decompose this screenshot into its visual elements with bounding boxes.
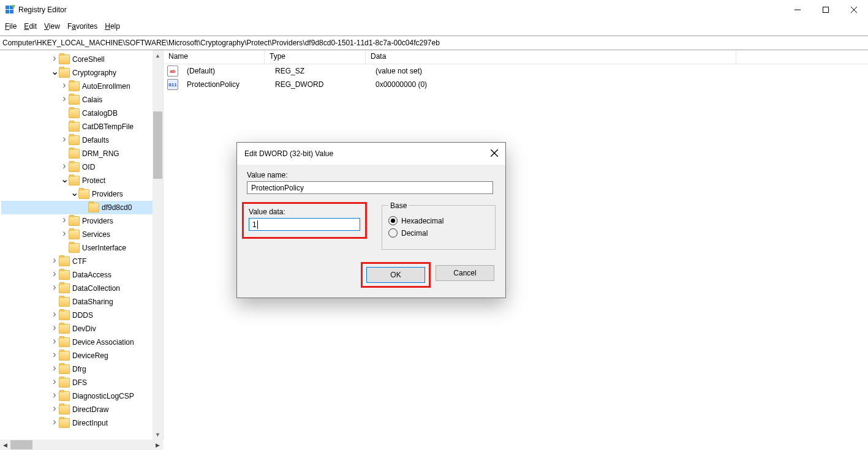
svg-rect-6 xyxy=(823,7,829,13)
tree-item[interactable]: ›Calais xyxy=(1,93,163,107)
chevron-right-icon[interactable]: › xyxy=(60,160,69,171)
chevron-right-icon[interactable]: › xyxy=(50,376,59,387)
tree-item[interactable]: ›DataAccess xyxy=(1,268,163,282)
chevron-down-icon[interactable]: ⌄ xyxy=(70,187,78,198)
tree-item[interactable]: DRM_RNG xyxy=(1,147,163,160)
chevron-right-icon[interactable]: › xyxy=(50,389,59,400)
tree-item[interactable]: ›OID xyxy=(1,160,163,174)
maximize-button[interactable] xyxy=(812,1,840,19)
scroll-up-button[interactable]: ▲ xyxy=(153,50,163,61)
tree-item[interactable]: UserInterface xyxy=(1,241,163,255)
chevron-right-icon[interactable]: › xyxy=(50,362,59,373)
tree-item-label: UserInterface xyxy=(82,244,126,252)
tree-item-label: CTF xyxy=(72,257,86,266)
chevron-right-icon[interactable]: › xyxy=(60,93,69,104)
chevron-right-icon[interactable]: › xyxy=(60,214,69,225)
tree-item[interactable]: ›Device Association xyxy=(1,336,163,349)
tree-item-label: Services xyxy=(82,230,110,239)
menu-edit[interactable]: Edit xyxy=(24,22,37,31)
menu-file[interactable]: File xyxy=(5,22,17,31)
tree-item[interactable]: ⌄Providers xyxy=(1,187,163,201)
cancel-button[interactable]: Cancel xyxy=(436,265,494,281)
ok-button[interactable]: OK xyxy=(366,267,425,283)
tree-item-label: DDDS xyxy=(72,311,93,320)
folder-icon xyxy=(59,418,70,428)
value-data-input[interactable]: 1 xyxy=(249,218,360,231)
menu-favorites[interactable]: Favorites xyxy=(67,22,97,31)
value-data: 0x00000000 (0) xyxy=(371,80,868,89)
tree-item-label: Calais xyxy=(82,96,102,104)
chevron-right-icon[interactable]: › xyxy=(60,133,69,144)
tree-item[interactable]: ›Defaults xyxy=(1,133,163,147)
tree-item[interactable]: ›DataCollection xyxy=(1,282,163,295)
hscroll-thumb[interactable] xyxy=(10,440,32,449)
chevron-down-icon[interactable]: ⌄ xyxy=(50,66,59,77)
radio-hexadecimal[interactable]: Hexadecimal xyxy=(388,216,489,225)
chevron-right-icon[interactable]: › xyxy=(50,268,59,279)
close-button[interactable] xyxy=(840,1,868,19)
tree-item[interactable]: ›CTF xyxy=(1,255,163,268)
folder-icon xyxy=(59,283,70,293)
tree-item[interactable]: ›CoreShell xyxy=(1,53,163,66)
chevron-right-icon[interactable]: › xyxy=(50,309,59,320)
tree-item[interactable]: DataSharing xyxy=(1,295,163,309)
value-name-input[interactable]: ProtectionPolicy xyxy=(247,181,493,194)
tree-item[interactable]: ⌄Protect xyxy=(1,174,163,187)
tree-item[interactable]: ›DFS xyxy=(1,376,163,389)
column-header-type[interactable]: Type xyxy=(265,50,366,64)
address-text[interactable]: Computer\HKEY_LOCAL_MACHINE\SOFTWARE\Mic… xyxy=(2,39,440,47)
menu-help[interactable]: Help xyxy=(105,22,120,31)
tree-item-label: Providers xyxy=(92,190,123,198)
tree-item[interactable]: ›DirectDraw xyxy=(1,403,163,416)
chevron-right-icon[interactable]: › xyxy=(50,53,59,64)
tree-item-label: DRM_RNG xyxy=(82,149,119,158)
value-row[interactable]: ab(Default)REG_SZ(value not set) xyxy=(164,64,868,78)
tree-horizontal-scrollbar[interactable]: ◀ ▶ xyxy=(0,440,163,450)
tree-item[interactable]: ›DeviceReg xyxy=(1,349,163,362)
tree-item-label: Dfrg xyxy=(72,365,86,373)
scroll-right-button[interactable]: ▶ xyxy=(153,440,163,450)
tree-item[interactable]: CatDBTempFile xyxy=(1,120,163,133)
tree-item[interactable]: ›DDDS xyxy=(1,309,163,322)
tree-item[interactable]: ›DiagnosticLogCSP xyxy=(1,389,163,403)
tree-item[interactable]: ›DirectInput xyxy=(1,416,163,430)
edit-dword-dialog: Edit DWORD (32-bit) Value Value name: Pr… xyxy=(236,142,506,298)
chevron-right-icon[interactable]: › xyxy=(50,336,59,347)
tree-item[interactable]: df9d8cd0 xyxy=(1,201,163,214)
chevron-right-icon[interactable]: › xyxy=(50,416,59,427)
scroll-down-button[interactable]: ▼ xyxy=(153,429,163,440)
tree-item[interactable]: ›Providers xyxy=(1,214,163,228)
scroll-thumb[interactable] xyxy=(153,111,162,179)
chevron-right-icon[interactable]: › xyxy=(50,282,59,293)
menu-view[interactable]: View xyxy=(44,22,60,31)
value-name: ProtectionPolicy xyxy=(182,80,270,89)
value-type: REG_DWORD xyxy=(270,80,371,89)
chevron-right-icon[interactable]: › xyxy=(60,228,69,239)
chevron-down-icon[interactable]: ⌄ xyxy=(60,173,69,185)
chevron-right-icon[interactable]: › xyxy=(50,403,59,414)
tree-item[interactable]: ›DevDiv xyxy=(1,322,163,336)
chevron-right-icon[interactable]: › xyxy=(50,255,59,266)
minimize-button[interactable] xyxy=(783,1,812,19)
chevron-right-icon[interactable]: › xyxy=(50,349,59,360)
tree-item[interactable]: ⌄Cryptography xyxy=(1,66,163,80)
radio-decimal[interactable]: Decimal xyxy=(388,228,489,238)
value-name: (Default) xyxy=(182,67,270,75)
chevron-right-icon[interactable]: › xyxy=(50,322,59,333)
chevron-right-icon[interactable]: › xyxy=(60,80,69,91)
column-header-name[interactable]: Name xyxy=(164,50,265,64)
tree-item[interactable]: ›AutoEnrollmen xyxy=(1,80,163,93)
tree-item[interactable]: CatalogDB xyxy=(1,107,163,120)
folder-icon xyxy=(59,324,70,334)
value-row[interactable]: 011ProtectionPolicyREG_DWORD0x00000000 (… xyxy=(164,78,868,91)
folder-icon xyxy=(59,391,70,401)
dialog-close-button[interactable] xyxy=(491,149,498,159)
scroll-left-button[interactable]: ◀ xyxy=(0,440,10,450)
tree-item-label: Cryptography xyxy=(72,69,116,77)
tree-item-label: AutoEnrollmen xyxy=(82,82,130,91)
address-bar[interactable]: Computer\HKEY_LOCAL_MACHINE\SOFTWARE\Mic… xyxy=(0,36,868,50)
tree-item[interactable]: ›Services xyxy=(1,228,163,241)
tree-item[interactable]: ›Dfrg xyxy=(1,362,163,376)
column-header-data[interactable]: Data xyxy=(366,50,868,64)
tree-vertical-scrollbar[interactable]: ▲ ▼ xyxy=(153,50,163,440)
